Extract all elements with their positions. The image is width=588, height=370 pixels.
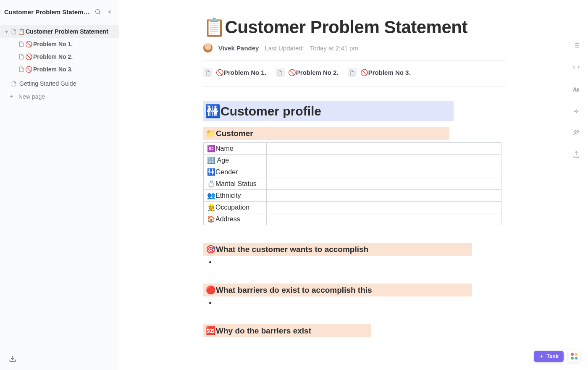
page-icon bbox=[10, 81, 18, 87]
svg-point-0 bbox=[96, 10, 100, 13]
floating-actions: Task bbox=[534, 350, 580, 362]
field-label-cell[interactable]: 👥Ethnicity bbox=[204, 190, 267, 202]
svg-point-13 bbox=[575, 131, 577, 133]
barriers-list[interactable] bbox=[216, 299, 506, 307]
divider bbox=[203, 60, 506, 60]
field-value-cell[interactable] bbox=[267, 166, 501, 178]
field-value-cell[interactable] bbox=[267, 155, 501, 166]
magic-icon[interactable] bbox=[571, 106, 581, 116]
page-label: Problem No 2. bbox=[33, 53, 73, 60]
section-emoji: 🚻 bbox=[205, 104, 220, 118]
section-customer-profile[interactable]: 🚻 Customer profile bbox=[203, 101, 454, 121]
sidebar-header: Customer Problem Statement bbox=[0, 4, 119, 19]
document-area[interactable]: 📋 Customer Problem Statement Vivek Pande… bbox=[119, 0, 564, 370]
plus-icon bbox=[539, 354, 544, 359]
app-launcher-icon[interactable] bbox=[568, 350, 580, 362]
page-label: Getting Started Guide bbox=[19, 80, 76, 87]
heading-wants[interactable]: 🎯What the customer wants to accomplish bbox=[203, 243, 472, 256]
svg-line-1 bbox=[99, 13, 100, 14]
subpage-chip[interactable]: 🚫Problem No 1. bbox=[203, 68, 266, 77]
heading-label: What barriers do exist to accomplish thi… bbox=[216, 286, 372, 294]
chip-emoji: 🚫 bbox=[360, 69, 368, 76]
table-row: 👷Occupation bbox=[204, 202, 501, 213]
page-meta: Vivek Pandey Last Updated: Today at 2:41… bbox=[203, 43, 506, 52]
chip-label: Problem No 2. bbox=[296, 69, 339, 76]
tree-root-page[interactable]: ▾ 📋 Customer Problem Statement bbox=[0, 25, 119, 38]
divider bbox=[203, 87, 506, 87]
collapse-sidebar-icon[interactable] bbox=[105, 7, 116, 17]
list-item[interactable] bbox=[216, 258, 506, 266]
table-row: 🚻Gender bbox=[204, 166, 501, 178]
task-button-label: Task bbox=[546, 353, 559, 360]
search-icon[interactable] bbox=[93, 7, 103, 17]
table-row: 🔢 Age bbox=[204, 155, 501, 166]
field-label-cell[interactable]: 💍Marital Status bbox=[204, 178, 267, 190]
page-icon bbox=[18, 41, 25, 47]
wants-list[interactable] bbox=[216, 258, 506, 266]
tree-child-page[interactable]: 🚫 Problem No 1. bbox=[0, 38, 119, 50]
heading-emoji: 🆘 bbox=[206, 326, 216, 335]
page-emoji: 🚫 bbox=[25, 53, 32, 60]
plus-icon bbox=[8, 94, 14, 100]
sidebar-footer bbox=[0, 349, 119, 370]
field-label-cell[interactable]: 🚻Gender bbox=[204, 166, 267, 178]
subpage-chip[interactable]: 🚫Problem No 2. bbox=[276, 68, 339, 77]
heading-barriers[interactable]: 🔴What barriers do exist to accomplish th… bbox=[203, 283, 472, 297]
field-label-cell[interactable]: 🆔Name bbox=[204, 143, 267, 155]
field-label-cell[interactable]: 👷Occupation bbox=[204, 202, 267, 213]
page-label: Problem No 3. bbox=[33, 66, 73, 73]
chip-label: Problem No 3. bbox=[368, 69, 411, 76]
import-icon[interactable] bbox=[8, 354, 18, 364]
page-title[interactable]: 📋 Customer Problem Statement bbox=[203, 17, 506, 37]
field-label-cell[interactable]: 🔢 Age bbox=[204, 155, 267, 166]
updated-label: Last Updated: bbox=[265, 45, 304, 52]
caret-down-icon[interactable]: ▾ bbox=[3, 28, 10, 35]
field-value-cell[interactable] bbox=[267, 213, 501, 225]
table-row: 🆔Name bbox=[204, 143, 501, 155]
page-emoji: 📋 bbox=[18, 28, 25, 35]
heading-label: Customer bbox=[216, 129, 253, 138]
share-icon[interactable] bbox=[571, 150, 581, 160]
field-value-cell[interactable] bbox=[267, 190, 501, 202]
heading-why-barriers[interactable]: 🆘Why do the barriers exist bbox=[203, 324, 371, 337]
chip-emoji: 🚫 bbox=[216, 69, 224, 76]
heading-customer[interactable]: 📁Customer bbox=[203, 127, 449, 140]
svg-point-14 bbox=[577, 131, 579, 133]
heading-emoji: 🎯 bbox=[206, 245, 216, 254]
expand-width-icon[interactable] bbox=[571, 62, 581, 72]
heading-label: Why do the barriers exist bbox=[216, 326, 311, 335]
page-icon bbox=[18, 66, 25, 72]
chip-emoji: 🚫 bbox=[288, 69, 296, 76]
new-page-label: New page bbox=[18, 93, 45, 100]
page-title-emoji: 📋 bbox=[203, 17, 225, 37]
new-task-button[interactable]: Task bbox=[534, 351, 564, 362]
page-icon bbox=[276, 68, 285, 77]
field-value-cell[interactable] bbox=[267, 143, 501, 155]
new-page-button[interactable]: New page bbox=[0, 90, 119, 103]
author-avatar[interactable] bbox=[203, 43, 213, 52]
author-name[interactable]: Vivek Pandey bbox=[218, 45, 259, 52]
right-rail: Aa bbox=[564, 0, 588, 370]
table-row: 💍Marital Status bbox=[204, 178, 501, 190]
section-label: Customer profile bbox=[220, 104, 321, 118]
page-icon bbox=[18, 54, 25, 60]
collaborators-icon[interactable] bbox=[571, 128, 581, 138]
page-label: Problem No 1. bbox=[33, 41, 73, 47]
list-item[interactable] bbox=[216, 299, 506, 307]
tree-child-page[interactable]: 🚫 Problem No 2. bbox=[0, 50, 119, 63]
svg-text:Aa: Aa bbox=[573, 87, 580, 92]
field-value-cell[interactable] bbox=[267, 202, 501, 213]
subpage-chip[interactable]: 🚫Problem No 3. bbox=[348, 68, 411, 77]
heading-emoji: 📁 bbox=[206, 129, 216, 138]
tree-page[interactable]: Getting Started Guide bbox=[0, 77, 119, 90]
field-value-cell[interactable] bbox=[267, 178, 501, 190]
typography-icon[interactable]: Aa bbox=[571, 84, 581, 94]
page-title-text: Customer Problem Statement bbox=[225, 17, 467, 37]
page-icon bbox=[348, 68, 357, 77]
subpage-chips: 🚫Problem No 1. 🚫Problem No 2. 🚫Problem N… bbox=[203, 68, 506, 79]
field-label-cell[interactable]: 🏠Address bbox=[204, 213, 267, 225]
page-icon bbox=[203, 68, 213, 77]
workspace-title[interactable]: Customer Problem Statement bbox=[4, 8, 90, 16]
tree-child-page[interactable]: 🚫 Problem No 3. bbox=[0, 63, 119, 76]
outline-icon[interactable] bbox=[571, 40, 581, 50]
